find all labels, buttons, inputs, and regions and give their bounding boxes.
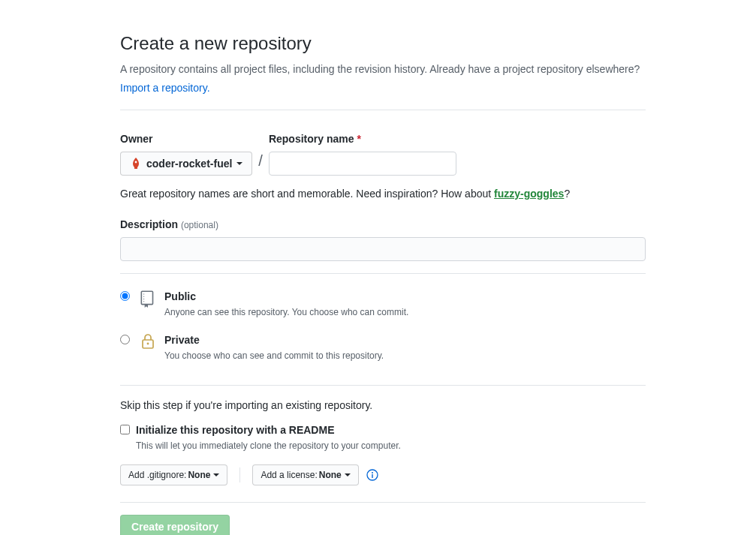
svg-rect-1	[141, 291, 152, 304]
owner-name-row: Owner coder-rocket-fuel / Repository nam…	[120, 131, 646, 176]
readme-text: Initialize this repository with a README…	[136, 422, 401, 452]
rocket-icon	[130, 158, 142, 170]
description-label: Description	[120, 218, 178, 230]
private-desc: You choose who can see and commit to thi…	[164, 349, 646, 362]
private-title: Private	[164, 332, 646, 348]
divider	[120, 110, 646, 110]
name-hint: Great repository names are short and mem…	[120, 186, 646, 202]
readme-checkbox[interactable]	[120, 425, 130, 434]
svg-point-0	[135, 161, 137, 164]
svg-rect-7	[372, 474, 372, 478]
skip-text: Skip this step if you're importing an ex…	[120, 398, 646, 413]
public-title: Public	[164, 289, 646, 305]
lock-icon	[137, 332, 158, 350]
license-dropdown[interactable]: Add a license: None	[252, 464, 358, 485]
repo-icon	[137, 289, 158, 308]
create-repo-button[interactable]: Create repository	[120, 515, 230, 535]
license-prefix: Add a license:	[261, 470, 317, 480]
divider	[120, 502, 646, 503]
page-subtitle: A repository contains all project files,…	[120, 62, 646, 77]
public-desc: Anyone can see this repository. You choo…	[164, 305, 646, 319]
import-repo-link[interactable]: Import a repository.	[120, 82, 210, 94]
create-repo-form: Create a new repository A repository con…	[120, 0, 646, 535]
gitignore-dropdown[interactable]: Add .gitignore: None	[120, 464, 227, 485]
repo-name-label: Repository name *	[269, 131, 456, 147]
public-radio[interactable]	[120, 291, 130, 301]
owner-dropdown[interactable]: coder-rocket-fuel	[120, 152, 252, 176]
description-label-row: Description (optional)	[120, 217, 646, 233]
suggestion-link[interactable]: fuzzy-goggles	[494, 188, 564, 200]
visibility-public-row: Public Anyone can see this repository. Y…	[120, 286, 646, 329]
svg-point-6	[372, 472, 373, 473]
owner-slash: /	[252, 149, 269, 172]
hint-post: ?	[564, 188, 570, 200]
divider	[120, 273, 646, 274]
optional-text: (optional)	[181, 220, 218, 230]
dropdown-row: Add .gitignore: None Add a license: None	[120, 464, 646, 485]
owner-label: Owner	[120, 131, 252, 147]
private-text: Private You choose who can see and commi…	[164, 332, 646, 362]
info-icon[interactable]	[366, 469, 378, 481]
divider	[120, 385, 646, 386]
owner-selected: coder-rocket-fuel	[146, 158, 232, 170]
page-title: Create a new repository	[120, 30, 646, 57]
readme-desc: This will let you immediately clone the …	[136, 439, 401, 452]
license-value: None	[319, 470, 342, 480]
svg-point-4	[147, 343, 149, 345]
visibility-private-row: Private You choose who can see and commi…	[120, 329, 646, 373]
repo-name-input[interactable]	[269, 152, 456, 176]
gitignore-value: None	[188, 470, 210, 480]
description-input[interactable]	[120, 237, 646, 261]
caret-down-icon	[236, 162, 242, 165]
caret-down-icon	[345, 473, 351, 476]
hint-pre: Great repository names are short and mem…	[120, 188, 494, 200]
caret-down-icon	[213, 473, 219, 476]
owner-field: Owner coder-rocket-fuel	[120, 131, 252, 176]
repo-name-field: Repository name *	[269, 131, 456, 176]
gitignore-prefix: Add .gitignore:	[128, 470, 186, 480]
subtitle-text: A repository contains all project files,…	[120, 63, 640, 75]
readme-row: Initialize this repository with a README…	[120, 422, 646, 452]
vertical-divider	[239, 467, 240, 482]
public-text: Public Anyone can see this repository. Y…	[164, 289, 646, 319]
private-radio[interactable]	[120, 335, 130, 344]
readme-label: Initialize this repository with a README	[136, 422, 401, 438]
required-star: *	[357, 133, 360, 145]
